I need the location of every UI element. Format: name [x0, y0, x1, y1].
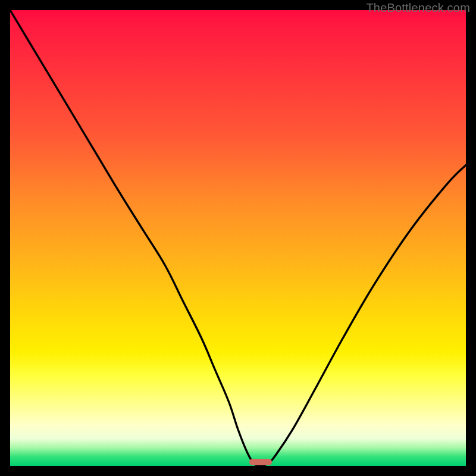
- watermark-text: TheBottleneck.com: [366, 1, 470, 15]
- bottleneck-curve: [10, 10, 466, 466]
- chart-frame: TheBottleneck.com: [0, 0, 476, 476]
- plot-area: [10, 10, 466, 466]
- optimum-marker: [249, 459, 272, 465]
